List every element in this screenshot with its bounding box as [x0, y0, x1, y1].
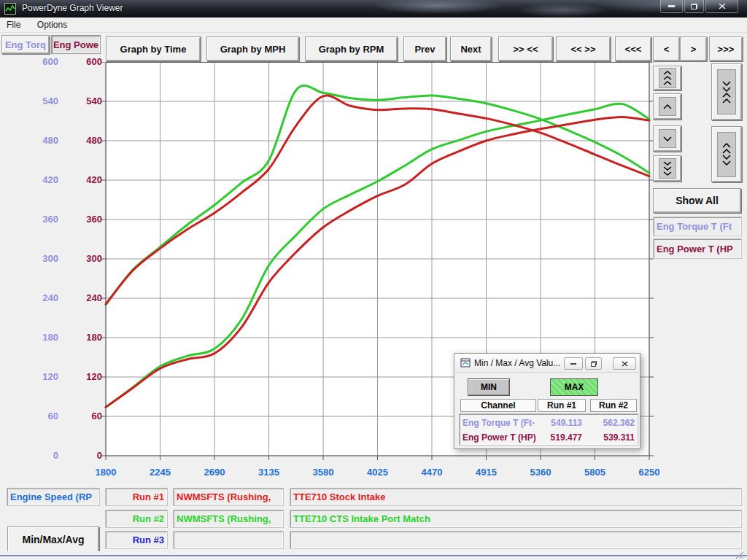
table-cell-value: 519.477 [535, 432, 582, 443]
title-bar[interactable]: PowerDyne Graph Viewer [0, 0, 747, 18]
rpm-tick-label: 4025 [356, 467, 400, 478]
table-cell-value: 549.113 [535, 417, 582, 429]
rpm-tick-label: 2690 [193, 467, 236, 478]
torque-tick-label: 60 [9, 411, 58, 422]
torque-tick-label: 360 [9, 214, 58, 225]
rpm-tick-label: 4470 [410, 467, 454, 478]
torque-tick-label: 0 [9, 450, 58, 462]
dialog-minimize-icon [570, 363, 576, 365]
app-window: PowerDyne Graph Viewer File Options Eng … [0, 0, 747, 560]
dialog-close-icon [622, 361, 628, 367]
graph-by-rpm-button[interactable]: Graph by RPM [305, 36, 398, 61]
scroll-left-button[interactable]: < [653, 36, 680, 61]
torque-tick-label: 420 [9, 174, 58, 186]
menu-bar: File Options [0, 18, 747, 33]
minmax-dialog-titlebar[interactable]: Min / Max / Avg Valu... [455, 354, 639, 373]
window-border [0, 555, 747, 556]
scroll-right-button[interactable]: > [680, 36, 707, 61]
minmax-avg-button[interactable]: Min/Max/Avg [7, 526, 99, 553]
tab-eng-power[interactable]: Eng Powe [51, 35, 101, 54]
run1-description-field[interactable]: TTE710 Stock Intake [290, 488, 742, 506]
run3-name-field[interactable] [173, 531, 284, 549]
power-tick-label: 120 [53, 371, 102, 383]
table-cell-channel: Eng Power T (HP) [462, 432, 537, 443]
run2-description-field[interactable]: TTE710 CTS Intake Port Match [290, 510, 742, 528]
power-tick-label: 480 [53, 135, 102, 147]
column-header-run2[interactable]: Run #2 [590, 399, 637, 412]
graph-by-mph-button[interactable]: Graph by MPH [206, 36, 299, 61]
minmax-dialog-title: Min / Max / Avg Valu... [474, 358, 560, 368]
torque-tick-label: 300 [9, 253, 58, 265]
resize-grip-icon[interactable] [735, 551, 745, 559]
collapse-vertical-icon [717, 69, 736, 114]
triple-chevron-down-icon [659, 158, 676, 179]
power-tick-label: 240 [53, 292, 102, 304]
dialog-restore-icon [591, 361, 597, 367]
minimize-button[interactable] [660, 0, 683, 13]
rpm-tick-label: 1800 [84, 467, 128, 478]
y-zoom-expand-button[interactable] [711, 126, 742, 182]
power-channel-field[interactable]: Eng Power T (HP [653, 238, 742, 259]
y-scale-down-button[interactable] [653, 125, 681, 152]
triple-chevron-up-icon [659, 68, 676, 88]
run1-label: Run #1 [105, 488, 168, 506]
tab-eng-torque[interactable]: Eng Torq [1, 35, 50, 54]
rpm-tick-label: 5805 [573, 467, 617, 478]
menu-options[interactable]: Options [31, 18, 74, 32]
torque-channel-field[interactable]: Eng Torque T (Ft [653, 217, 742, 236]
minimize-icon [668, 5, 675, 7]
dialog-minimize-button[interactable] [564, 357, 583, 370]
run2-name-field[interactable]: NWMSFTS (Rushing, [173, 510, 284, 528]
maximize-button[interactable] [684, 0, 704, 13]
close-button[interactable] [705, 0, 738, 13]
dialog-maximize-button[interactable] [585, 357, 602, 370]
x-axis-channel-field[interactable]: Engine Speed (RP [7, 488, 100, 506]
max-toggle-button[interactable]: MAX [550, 378, 598, 396]
y-scale-expand-up-button[interactable] [653, 66, 681, 90]
torque-tick-label: 240 [9, 292, 58, 304]
zoom-out-x-button[interactable]: << >> [556, 36, 611, 61]
power-tick-label: 600 [53, 56, 102, 68]
next-button[interactable]: Next [450, 36, 492, 61]
chevron-up-icon [659, 97, 676, 116]
run3-description-field[interactable] [290, 531, 742, 549]
rpm-tick-label: 4915 [465, 467, 508, 478]
y-zoom-collapse-button[interactable] [711, 63, 742, 120]
prev-button[interactable]: Prev [403, 36, 446, 61]
minmax-table: Eng Torque T (Ft- 549.113 562.362 Eng Po… [459, 413, 638, 446]
torque-tick-label: 480 [9, 135, 58, 147]
rpm-tick-label: 3580 [301, 467, 345, 478]
torque-tick-label: 120 [9, 371, 58, 383]
dialog-icon [460, 358, 471, 368]
y-scale-up-button[interactable] [653, 93, 681, 120]
power-tick-label: 300 [53, 253, 102, 265]
app-icon [4, 3, 16, 15]
column-header-run1[interactable]: Run #1 [538, 399, 586, 412]
table-cell-value: 539.311 [588, 432, 635, 443]
dialog-close-button[interactable] [613, 357, 636, 370]
zoom-in-x-button[interactable]: >> << [498, 36, 553, 61]
restore-icon [691, 4, 697, 9]
power-tick-label: 60 [53, 411, 102, 422]
graph-by-time-button[interactable]: Graph by Time [106, 36, 201, 61]
rpm-tick-label: 2245 [139, 467, 182, 478]
torque-tick-label: 600 [9, 56, 58, 68]
run1-name-field[interactable]: NWMSFTS (Rushing, [173, 488, 284, 506]
rpm-tick-label: 6250 [627, 467, 671, 478]
min-toggle-button[interactable]: MIN [468, 378, 510, 396]
minmax-dialog[interactable]: Min / Max / Avg Valu... MIN MAX Channel … [454, 353, 640, 449]
run3-label: Run #3 [105, 531, 168, 549]
scroll-far-left-button[interactable]: <<< [615, 36, 651, 61]
y-scale-expand-down-button[interactable] [653, 155, 681, 182]
run2-label: Run #2 [105, 510, 168, 528]
rpm-tick-label: 3135 [247, 467, 291, 478]
column-header-channel[interactable]: Channel [460, 399, 536, 412]
power-tick-label: 0 [53, 450, 102, 462]
table-cell-channel: Eng Torque T (Ft- [462, 417, 537, 429]
show-all-button[interactable]: Show All [653, 188, 741, 213]
power-tick-label: 540 [53, 96, 102, 107]
window-title: PowerDyne Graph Viewer [22, 3, 123, 13]
chevron-down-icon [659, 129, 676, 148]
scroll-far-right-button[interactable]: >>> [709, 36, 743, 61]
menu-file[interactable]: File [0, 18, 27, 32]
